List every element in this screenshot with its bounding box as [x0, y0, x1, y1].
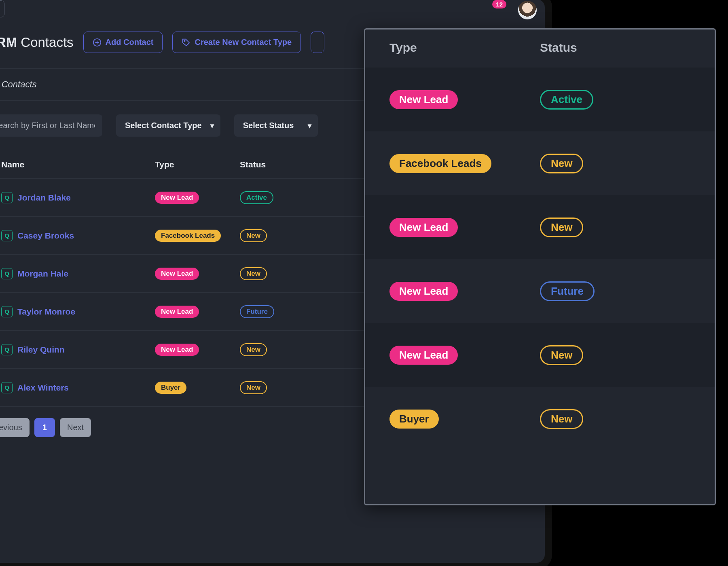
- type-pill: Buyer: [155, 382, 186, 394]
- status-pill: Future: [240, 305, 274, 318]
- add-contact-label: Add Contact: [106, 38, 154, 47]
- header-more-button[interactable]: [311, 32, 324, 53]
- section-rest: Contacts: [2, 79, 37, 89]
- overlay-type-pill: New Lead: [389, 346, 458, 365]
- plus-circle-icon: [93, 38, 102, 47]
- page-title-rest: Contacts: [21, 35, 73, 50]
- overlay-status-pill: New: [540, 218, 583, 237]
- overlay-row: New LeadActive: [365, 68, 715, 131]
- overlay-row: BuyerNew: [365, 387, 715, 451]
- overlay-type-pill: Buyer: [389, 410, 439, 429]
- type-pill: Facebook Leads: [155, 230, 221, 242]
- overlay-col-status: Status: [540, 41, 690, 55]
- status-pill: New: [240, 229, 267, 242]
- col-type: Type: [155, 160, 240, 169]
- source-badge: Q: [1, 230, 13, 241]
- overlay-status-pill: Active: [540, 90, 593, 110]
- top-bar: 12: [0, 0, 545, 16]
- status-select[interactable]: Select Status: [234, 114, 318, 137]
- source-badge: Q: [1, 306, 13, 317]
- type-pill: New Lead: [155, 306, 199, 318]
- pager-page-1[interactable]: 1: [34, 418, 55, 437]
- overlay-row: New LeadNew: [365, 195, 715, 259]
- overlay-status-pill: New: [540, 409, 583, 429]
- tag-icon: [182, 38, 190, 47]
- status-pill: New: [240, 381, 267, 394]
- overlay-row: Facebook LeadsNew: [365, 131, 715, 195]
- add-contact-button[interactable]: Add Contact: [83, 32, 163, 53]
- source-badge: Q: [1, 192, 13, 203]
- source-badge: Q: [1, 268, 13, 279]
- status-pill: New: [240, 343, 267, 356]
- contact-type-select[interactable]: Select Contact Type: [116, 114, 220, 137]
- contact-name-link[interactable]: Riley Quinn: [17, 345, 65, 355]
- page-title-bold: CRM: [0, 35, 17, 50]
- overlay-status-pill: Future: [540, 281, 595, 301]
- type-pill: New Lead: [155, 268, 199, 280]
- search-input[interactable]: [0, 114, 102, 137]
- contact-name-link[interactable]: Morgan Hale: [17, 269, 68, 279]
- overlay-status-pill: New: [540, 345, 583, 365]
- create-contact-type-button[interactable]: Create New Contact Type: [172, 32, 301, 53]
- pager-next[interactable]: Next: [60, 418, 91, 437]
- svg-point-6: [184, 40, 185, 41]
- contact-name-link[interactable]: Casey Brooks: [17, 231, 74, 241]
- col-status: Status: [240, 160, 321, 169]
- page-title: CRM Contacts: [0, 35, 74, 50]
- overlay-header: Type Status: [365, 41, 715, 68]
- create-contact-type-label: Create New Contact Type: [195, 38, 292, 47]
- type-pill: New Lead: [155, 344, 199, 356]
- status-pill: Active: [240, 191, 273, 204]
- overlay-type-pill: Facebook Leads: [389, 154, 491, 173]
- overlay-col-type: Type: [389, 41, 540, 55]
- menu-button[interactable]: [0, 0, 4, 17]
- overlay-row: New LeadFuture: [365, 259, 715, 323]
- contact-name-link[interactable]: Jordan Blake: [17, 193, 71, 203]
- type-pill: New Lead: [155, 192, 199, 204]
- col-name: Name: [1, 160, 155, 169]
- status-pill: New: [240, 267, 267, 280]
- contact-name-link[interactable]: Alex Winters: [17, 383, 69, 393]
- overlay-status-pill: New: [540, 154, 583, 173]
- overlay-row: New LeadNew: [365, 323, 715, 387]
- contact-name-link[interactable]: Taylor Monroe: [17, 307, 75, 317]
- overlay-type-pill: New Lead: [389, 218, 458, 237]
- overlay-type-pill: New Lead: [389, 282, 458, 301]
- source-badge: Q: [1, 382, 13, 393]
- overlay-panel: Type Status New LeadActiveFacebook Leads…: [364, 28, 716, 505]
- avatar[interactable]: [518, 1, 537, 19]
- source-badge: Q: [1, 344, 13, 355]
- pager-prev[interactable]: Previous: [0, 418, 30, 437]
- notification-badge[interactable]: 12: [492, 0, 506, 8]
- overlay-type-pill: New Lead: [389, 90, 458, 109]
